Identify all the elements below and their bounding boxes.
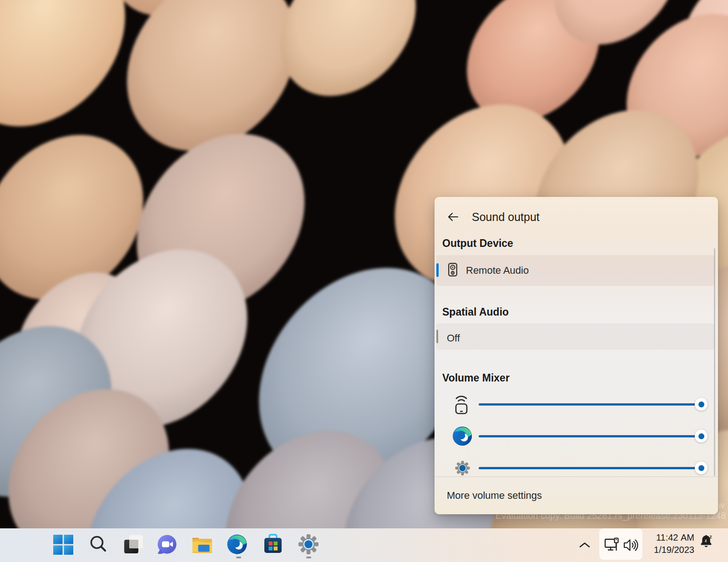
svg-text:z: z [705, 538, 707, 543]
svg-text:z: z [710, 535, 712, 539]
